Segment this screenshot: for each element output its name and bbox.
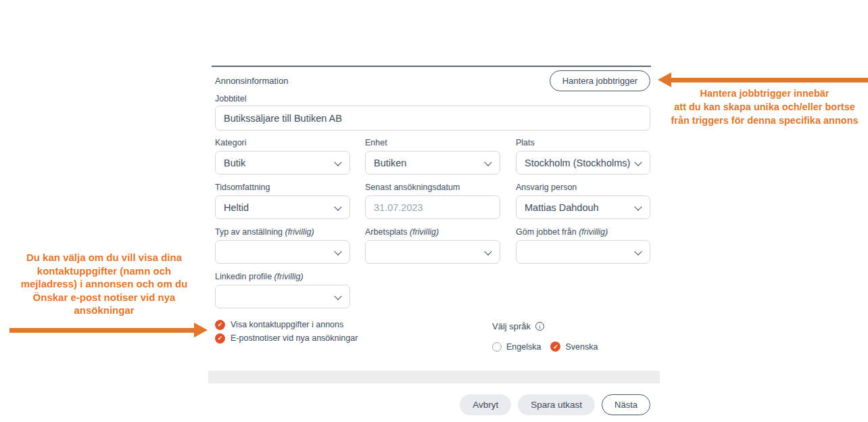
- enhet-select[interactable]: Butiken: [365, 151, 500, 174]
- email-notifications-checkbox[interactable]: ✓ E-postnotiser vid nya ansökningar: [215, 332, 358, 344]
- annotation-arrow-left-shaft: [9, 328, 195, 333]
- optional-hint: (frivillig): [410, 227, 439, 237]
- linkedin-profile-select[interactable]: [215, 285, 350, 308]
- field-gom-jobbet-fran: Göm jobbet från (frivillig): [516, 227, 650, 264]
- annotation-line: ansökningar: [4, 304, 204, 317]
- language-section: Välj språk i Engelska ✓ Svenska: [492, 321, 598, 352]
- select-value: Stockholm (Stockholms): [525, 158, 630, 168]
- section-title: Annonsinformation: [215, 76, 288, 86]
- chevron-down-icon: [634, 158, 642, 166]
- field-kategori: Kategori Butik: [215, 138, 350, 174]
- jobbtrigger-annotation: Hantera jobbtrigger innebär att du kan s…: [661, 87, 868, 127]
- contact-options: ✓ Visa kontaktuppgifter i annons ✓ E-pos…: [215, 319, 358, 346]
- optional-hint: (frivillig): [274, 272, 304, 281]
- select-value: Heltid: [224, 202, 249, 213]
- field-tidsomfattning: Tidsomfattning Heltid: [215, 183, 350, 219]
- field-label: Senast ansökningsdatum: [365, 183, 500, 192]
- job-title-input[interactable]: Butikssäljare till Butiken AB: [215, 106, 650, 131]
- field-label: Göm jobbet från: [516, 227, 577, 237]
- annotation-line: mejladress) i annonsen och om du: [4, 277, 204, 291]
- field-label: Typ av anställning: [215, 227, 283, 237]
- field-label: Plats: [516, 138, 650, 147]
- arbetsplats-select[interactable]: [365, 240, 500, 264]
- chevron-down-icon: [334, 203, 341, 210]
- annotation-arrow-right-point-icon: [194, 323, 208, 337]
- field-label: Enhet: [365, 138, 500, 147]
- field-enhet: Enhet Butiken: [365, 138, 500, 174]
- chevron-down-icon: [334, 248, 341, 255]
- date-value: 31.07.2023: [374, 202, 423, 213]
- section-divider: [212, 66, 651, 67]
- next-button[interactable]: Nästa: [602, 394, 650, 415]
- field-ansvarig-person: Ansvarig person Mattias Dahdouh: [516, 183, 650, 219]
- contact-options-annotation: Du kan välja om du vill visa dina kontak…: [4, 251, 204, 317]
- plats-select[interactable]: Stockholm (Stockholms): [516, 151, 650, 174]
- optional-hint: (frivillig): [579, 227, 608, 237]
- radio-label: Svenska: [565, 342, 598, 352]
- job-title-label: Jobbtitel: [215, 94, 247, 103]
- field-label: Kategori: [215, 138, 350, 147]
- radio-checked-icon: ✓: [550, 342, 560, 352]
- chevron-down-icon: [484, 158, 491, 166]
- field-typ-av-anstallning: Typ av anställning (frivillig): [215, 227, 350, 264]
- manage-jobtriggers-button[interactable]: Hantera jobbtrigger: [550, 70, 650, 91]
- radio-label: Engelska: [506, 342, 541, 352]
- check-icon: ✓: [215, 320, 225, 330]
- annons-form: Annonsinformation Hantera jobbtrigger Jo…: [215, 0, 650, 422]
- select-value: Butik: [224, 158, 245, 168]
- annotation-line: Hantera jobbtrigger innebär: [661, 87, 868, 100]
- chevron-down-icon: [634, 203, 642, 210]
- check-icon: ✓: [215, 333, 225, 344]
- annotation-arrow-left-point-icon: [658, 72, 671, 87]
- radio-svenska[interactable]: ✓ Svenska: [550, 342, 598, 352]
- tidsomfattning-select[interactable]: Heltid: [215, 195, 350, 219]
- chevron-down-icon: [484, 248, 491, 255]
- select-value: Butiken: [374, 158, 406, 168]
- section-header: Annonsinformation Hantera jobbtrigger: [215, 70, 650, 91]
- field-arbetsplats: Arbetsplats (frivillig): [365, 227, 500, 264]
- field-label: Ansvarig person: [516, 183, 650, 192]
- show-contact-info-checkbox[interactable]: ✓ Visa kontaktuppgifter i annons: [215, 319, 358, 331]
- chevron-down-icon: [634, 248, 642, 255]
- footer-actions: Avbryt Spara utkast Nästa: [460, 394, 650, 415]
- save-draft-button[interactable]: Spara utkast: [518, 394, 595, 415]
- annotation-line: från triggers för denna specifika annons: [661, 114, 868, 127]
- language-label: Välj språk: [492, 321, 531, 331]
- annotation-arrow-right-shaft: [671, 78, 868, 83]
- cancel-button[interactable]: Avbryt: [460, 394, 511, 415]
- optional-hint: (frivillig): [285, 227, 314, 237]
- select-value: Mattias Dahdouh: [525, 202, 599, 213]
- job-ad-form-page: Annonsinformation Hantera jobbtrigger Jo…: [0, 0, 868, 422]
- annotation-line: att du kan skapa unika och/eller bortse: [661, 100, 868, 114]
- field-label: Tidsomfattning: [215, 183, 350, 192]
- annotation-line: Du kan välja om du vill visa dina: [4, 251, 204, 264]
- chevron-down-icon: [334, 292, 341, 300]
- ansvarig-person-select[interactable]: Mattias Dahdouh: [516, 195, 650, 219]
- info-icon[interactable]: i: [535, 322, 544, 331]
- chevron-down-icon: [334, 158, 341, 166]
- deadline-date-input[interactable]: 31.07.2023: [365, 195, 500, 219]
- typ-av-anstallning-select[interactable]: [215, 240, 350, 264]
- field-label: Arbetsplats: [365, 227, 408, 237]
- progress-bar: [208, 371, 660, 383]
- kategori-select[interactable]: Butik: [215, 151, 350, 174]
- annotation-line: Önskar e-post notiser vid nya: [4, 291, 204, 304]
- checkbox-label: E-postnotiser vid nya ansökningar: [231, 333, 358, 343]
- radio-engelska[interactable]: Engelska: [492, 342, 541, 352]
- radio-unchecked-icon: [492, 342, 502, 352]
- field-ansokningsdatum: Senast ansökningsdatum 31.07.2023: [365, 183, 500, 219]
- checkbox-label: Visa kontaktuppgifter i annons: [231, 320, 343, 329]
- field-linkedin-profile: Linkedin profile (frivillig): [215, 272, 350, 308]
- gom-jobbet-fran-select[interactable]: [516, 240, 650, 264]
- annotation-line: kontaktuppgifter (namn och: [4, 264, 204, 278]
- field-plats: Plats Stockholm (Stockholms): [516, 138, 650, 174]
- field-label: Linkedin profile: [215, 272, 272, 281]
